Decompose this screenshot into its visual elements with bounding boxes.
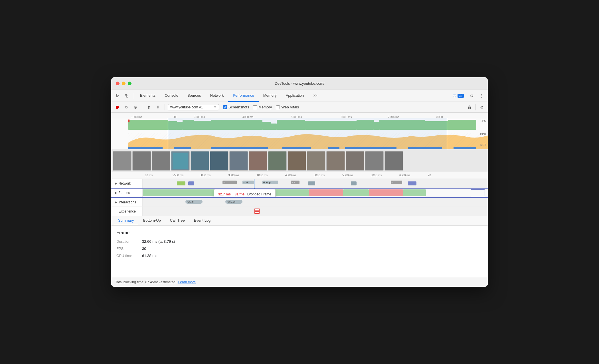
track-network-content: v... vi vi... videop... v v... v... [143, 179, 488, 188]
window-controls [116, 82, 131, 85]
screenshot-thumb [268, 151, 287, 171]
overview-ruler: 1000 ms 200 3000 ms 4000 ms 5000 ms 6000… [111, 113, 488, 118]
track-interactions-label[interactable]: ▶ Interactions [111, 198, 143, 207]
screenshot-thumb [171, 151, 190, 171]
devtools-window: DevTools - www.youtube.com/ Elements Con… [111, 77, 488, 287]
toolbar-divider-2 [165, 104, 165, 110]
screenshot-thumb [346, 151, 364, 171]
screenshot-thumb [326, 151, 345, 171]
capture-settings-button[interactable]: ⚙ [478, 104, 485, 111]
interaction-ani1: An...n [185, 200, 203, 204]
interaction-ani2: Ani...on [225, 200, 242, 204]
toolbar-divider-1 [142, 104, 142, 110]
track-experience[interactable]: Experience [111, 207, 488, 216]
cpu-label: CPU [480, 133, 486, 136]
web-vitals-checkbox[interactable]: Web Vitals [276, 105, 299, 109]
expand-arrow: ▶ [115, 182, 117, 185]
screenshot-thumb [152, 151, 170, 171]
download-button[interactable]: ⬇ [154, 104, 162, 111]
ruler-mark-7000: 70(0) ms [388, 116, 399, 119]
dropped-frame-tooltip: 32.7 ms ~ 31 fps Dropped Frame [214, 189, 276, 197]
net-block [188, 181, 194, 185]
screenshot-thumb [249, 151, 267, 171]
net-block [177, 181, 185, 185]
detail-ruler: 00 ms 2500 ms 3000 ms 3500 ms 4000 ms 45… [111, 172, 488, 179]
nav-right-controls: 🗨 32 ⚙ ⋮ [450, 92, 485, 100]
net-block-label3: videop... [262, 181, 278, 184]
net-block-label2: vi vi... [242, 181, 254, 184]
minimize-button[interactable] [122, 82, 126, 85]
experience-marker [254, 209, 260, 214]
overview-timeline[interactable]: 1000 ms 200 3000 ms 4000 ms 5000 ms 6000… [111, 113, 488, 150]
ruler-mark-1000: 1000 ms [131, 116, 142, 119]
clear-button[interactable]: ⊘ [132, 104, 139, 111]
panel-content: Frame Duration 32.66 ms (at 3.79 s) FPS … [111, 226, 488, 277]
frame-title: Frame [116, 230, 483, 235]
fps-label: FPS [481, 120, 486, 123]
screenshots-checkbox[interactable]: Screenshots [223, 105, 249, 109]
net-block-label4: v v... [291, 181, 300, 184]
cursor-icon[interactable] [114, 92, 122, 100]
url-selector[interactable]: www.youtube.com #1 ▼ [168, 104, 219, 110]
more-options-icon[interactable]: ⋮ [477, 92, 485, 100]
tab-application[interactable]: Application [281, 90, 309, 102]
tab-performance[interactable]: Performance [228, 90, 258, 102]
bottom-panel: Summary Bottom-Up Call Tree Event Log Fr… [111, 216, 488, 287]
toolbar-divider-3 [475, 104, 476, 110]
expand-arrow-interactions: ▶ [115, 201, 117, 204]
track-frames[interactable]: ▶ Frames 32.7 ms ~ 31 fps Dropped Frame [111, 188, 488, 198]
frame-bar-dropped [309, 189, 343, 196]
screenshot-thumb [307, 151, 325, 171]
net-label: NET [480, 143, 486, 147]
tab-bottom-up[interactable]: Bottom-Up [139, 216, 165, 225]
nav-tabs: Elements Console Sources Network Perform… [135, 90, 449, 102]
reload-button[interactable]: ↺ [123, 104, 130, 111]
tab-sources[interactable]: Sources [183, 90, 206, 102]
net-block6 [351, 181, 357, 185]
ruler-mark-8000: 8000 [436, 116, 443, 119]
net-block5 [308, 181, 315, 185]
badge-count: 32 [458, 94, 464, 98]
track-frames-content: 32.7 ms ~ 31 fps Dropped Frame [143, 189, 488, 197]
upload-button[interactable]: ⬆ [145, 104, 153, 111]
status-text: Total blocking time: 87.45ms (estimated) [115, 280, 177, 284]
net-block8 [408, 181, 416, 185]
tab-console[interactable]: Console [160, 90, 183, 102]
tab-network[interactable]: Network [206, 90, 228, 102]
tab-event-log[interactable]: Event Log [190, 216, 215, 225]
ruler-mark-6000: 6000 ms [341, 116, 352, 119]
screenshot-thumb [113, 151, 131, 171]
screenshot-thumb [210, 151, 228, 171]
close-button[interactable] [116, 82, 120, 85]
screenshot-thumb [132, 151, 151, 171]
checkbox-group: Screenshots Memory Web Vitals [223, 105, 299, 109]
tab-more[interactable]: >> [308, 90, 322, 102]
svg-rect-17 [448, 120, 476, 130]
maximize-button[interactable] [128, 82, 131, 85]
stat-fps: FPS 30 [116, 246, 483, 251]
track-frames-label[interactable]: ▶ Frames [111, 189, 143, 197]
perf-marker [128, 120, 129, 122]
clear-timeline-button[interactable]: 🗑 [466, 104, 473, 111]
tab-call-tree[interactable]: Call Tree [166, 216, 189, 225]
net-block-label: v... [222, 181, 237, 184]
track-network-label[interactable]: ▶ Network [111, 179, 143, 188]
stat-duration: Duration 32.66 ms (at 3.79 s) [116, 239, 483, 244]
frame-bar-dropped2 [369, 189, 403, 196]
panel-tabs: Summary Bottom-Up Call Tree Event Log [111, 216, 488, 226]
track-interactions[interactable]: ▶ Interactions An...n Ani...on [111, 198, 488, 207]
tab-summary[interactable]: Summary [114, 216, 138, 225]
settings-icon[interactable]: ⚙ [468, 92, 476, 100]
badge-button[interactable]: 🗨 32 [450, 92, 466, 99]
learn-more-link[interactable]: Learn more [178, 280, 196, 284]
track-experience-content [143, 207, 488, 216]
selection-range[interactable] [168, 118, 447, 149]
tab-elements[interactable]: Elements [135, 90, 160, 102]
nav-divider-1 [133, 93, 133, 99]
track-network[interactable]: ▶ Network v... vi vi... videop... v v...… [111, 179, 488, 188]
tab-memory[interactable]: Memory [259, 90, 281, 102]
inspect-icon[interactable] [123, 92, 131, 100]
track-experience-label[interactable]: Experience [111, 207, 143, 216]
memory-checkbox[interactable]: Memory [253, 105, 272, 109]
record-button[interactable]: ⏺ [114, 104, 121, 111]
